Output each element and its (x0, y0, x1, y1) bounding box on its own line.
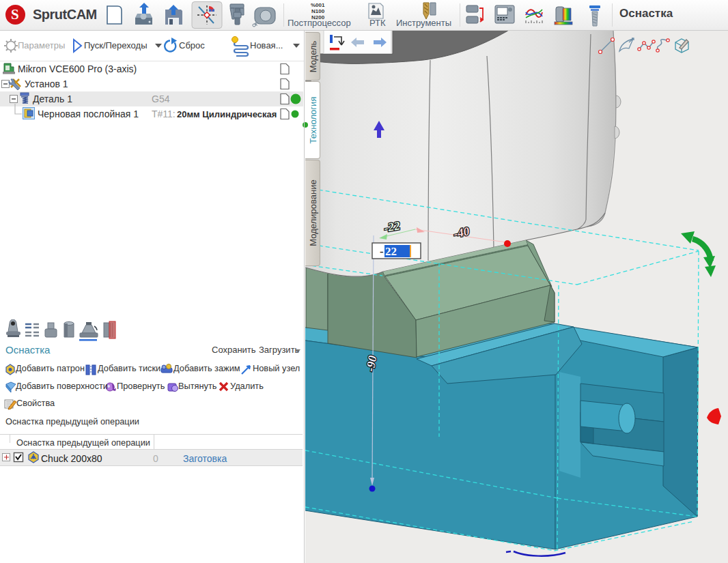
svg-text:-22: -22 (383, 218, 402, 235)
svg-text:-90: -90 (363, 354, 380, 373)
svg-text:Оснастка: Оснастка (5, 344, 51, 356)
svg-text:22: 22 (385, 245, 397, 258)
svg-text:-: - (380, 245, 384, 258)
svg-text:Сохранить: Сохранить (212, 345, 256, 355)
svg-text:N100: N100 (311, 8, 325, 14)
svg-text:%001: %001 (311, 2, 325, 8)
svg-text:Загрузить: Загрузить (259, 345, 300, 355)
